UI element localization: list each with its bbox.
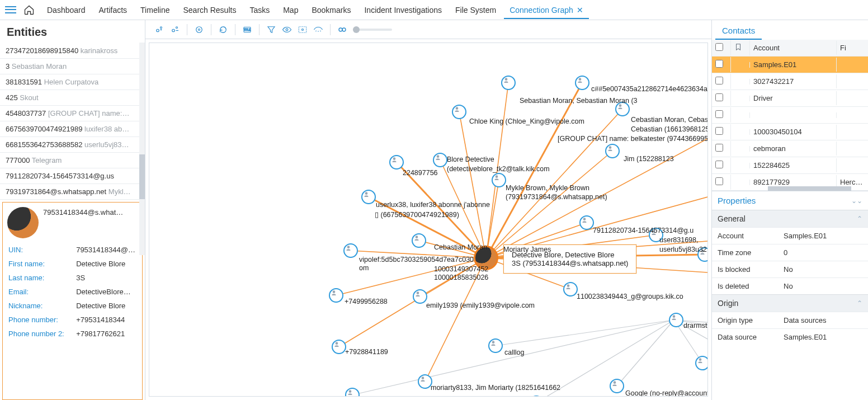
graph-node[interactable] (361, 190, 376, 204)
property-row: Data sourceSamples.E01 (712, 328, 868, 345)
entity-item[interactable]: 4548037737 [GROUP CHAT] name:… (0, 106, 145, 121)
contacts-header: Account Fi (712, 40, 868, 57)
entity-item[interactable]: 273472018698915840 karinakross (0, 43, 145, 59)
table-row[interactable]: 152284625 (712, 157, 868, 174)
home-icon[interactable] (22, 3, 36, 17)
graph-node[interactable] (575, 76, 589, 90)
zoom-slider[interactable] (353, 29, 392, 31)
graph-node[interactable] (579, 215, 594, 230)
field-key: First name: (7, 257, 75, 271)
entity-item[interactable]: 79319731864@s.whatsapp.net Mykl… (0, 184, 145, 200)
graph-node[interactable] (563, 282, 578, 297)
general-section-header[interactable]: General⌃ (712, 210, 868, 227)
entity-item[interactable]: 777000 Telegram (0, 153, 145, 168)
svg-line-18 (397, 162, 486, 258)
graph-node[interactable] (695, 356, 708, 370)
tab-search-results[interactable]: Search Results (177, 1, 242, 19)
title-toggle-icon[interactable]: TITLE (240, 22, 254, 37)
remove-node-icon[interactable] (168, 22, 182, 37)
select-all-checkbox[interactable] (715, 43, 723, 51)
tab-tasks[interactable]: Tasks (244, 1, 275, 19)
hide-icon[interactable] (311, 22, 326, 37)
svg-point-8 (286, 29, 288, 31)
graph-node[interactable] (492, 173, 506, 187)
tab-incident-investigations[interactable]: Incident Investigations (358, 1, 447, 19)
graph-node[interactable] (605, 144, 620, 158)
entity-item[interactable]: 79112820734-1564573314@g.us (0, 168, 145, 184)
property-row: Origin typeData sources (712, 312, 868, 328)
svg-point-5 (199, 29, 200, 30)
graph-node[interactable] (332, 340, 346, 354)
table-row[interactable] (712, 107, 868, 124)
table-row[interactable]: 100030450104 (712, 124, 868, 140)
refresh-icon[interactable] (216, 22, 230, 37)
row-checkbox[interactable] (715, 144, 723, 152)
table-row[interactable]: Driver (712, 90, 868, 107)
show-all-icon[interactable] (280, 22, 294, 37)
row-checkbox[interactable] (715, 177, 723, 185)
field-value: Detective Blore (75, 299, 138, 313)
add-node-icon[interactable] (152, 22, 167, 37)
row-checkbox[interactable] (715, 77, 723, 84)
entity-item[interactable]: 425 Skout (0, 90, 145, 106)
table-row[interactable]: Samples.E01 (712, 57, 868, 73)
graph-node[interactable] (501, 76, 516, 90)
tab-bookmarks[interactable]: Bookmarks (306, 1, 356, 19)
field-key: Last name: (7, 271, 75, 285)
row-checkbox[interactable] (715, 161, 723, 168)
graph-node[interactable] (615, 102, 630, 116)
tab-artifacts[interactable]: Artifacts (93, 1, 133, 19)
row-checkbox[interactable] (715, 110, 723, 118)
graph-node[interactable] (329, 288, 343, 303)
graph-node[interactable] (413, 289, 427, 304)
col-first[interactable]: Fi (837, 41, 868, 55)
chevron-down-icon[interactable]: ⌄⌄ (851, 197, 862, 205)
field-value: 79531418344@… (75, 243, 138, 257)
graph-node[interactable] (649, 228, 663, 242)
graph-center-node[interactable] (474, 246, 498, 270)
entity-item[interactable]: 6681553642753688582 userlu5vj83… (0, 137, 145, 153)
entity-list[interactable]: 273472018698915840 karinakross3 Sebastia… (0, 43, 145, 200)
close-icon[interactable]: ✕ (577, 6, 583, 15)
graph-node[interactable] (697, 247, 708, 262)
tab-dashboard[interactable]: Dashboard (41, 1, 91, 19)
scrollbar[interactable] (139, 43, 145, 255)
origin-section-header[interactable]: Origin⌃ (712, 294, 868, 312)
tab-file-system[interactable]: File System (450, 1, 502, 19)
field-value: Detective Blore (75, 257, 138, 271)
field-key: UIN: (7, 243, 75, 257)
bookmark-icon[interactable] (731, 40, 750, 55)
svg-point-2 (172, 29, 175, 32)
entity-item[interactable]: 6675639700474921989 luxifer38 ab… (0, 121, 145, 137)
graph-node[interactable] (669, 313, 683, 327)
row-checkbox[interactable] (715, 60, 723, 68)
target-icon[interactable] (192, 22, 206, 37)
tab-connection-graph[interactable]: Connection Graph✕ (504, 1, 589, 19)
graph-node[interactable] (418, 374, 432, 389)
col-account[interactable]: Account (750, 41, 837, 55)
graph-node[interactable] (610, 379, 624, 393)
graph-canvas[interactable]: Cebastian Moran 10003149307452 100001858… (149, 43, 708, 397)
graph-node[interactable] (412, 233, 426, 248)
avatar (7, 207, 39, 238)
table-row[interactable]: cebmoran (712, 140, 868, 157)
contacts-grid[interactable]: Samples.E013027432217Driver100030450104c… (712, 57, 868, 191)
row-checkbox[interactable] (715, 127, 723, 135)
menu-icon[interactable] (4, 4, 17, 16)
svg-line-43 (536, 320, 674, 396)
graph-node[interactable] (433, 153, 447, 167)
link-icon[interactable] (335, 22, 350, 37)
entity-item[interactable]: 381831591 Helen Curpatova (0, 74, 145, 90)
show-selected-icon[interactable] (295, 22, 310, 37)
table-row[interactable]: 3027432217 (712, 73, 868, 90)
entity-item[interactable]: 3 Sebastian Moran (0, 59, 145, 74)
svg-line-16 (486, 109, 622, 258)
graph-node[interactable] (389, 155, 404, 170)
graph-node[interactable] (488, 338, 503, 353)
row-checkbox[interactable] (715, 93, 723, 101)
graph-node[interactable] (452, 105, 466, 119)
filter-icon[interactable] (264, 22, 279, 37)
tab-map[interactable]: Map (277, 1, 304, 19)
tab-timeline[interactable]: Timeline (135, 1, 175, 19)
graph-node[interactable] (343, 243, 358, 258)
